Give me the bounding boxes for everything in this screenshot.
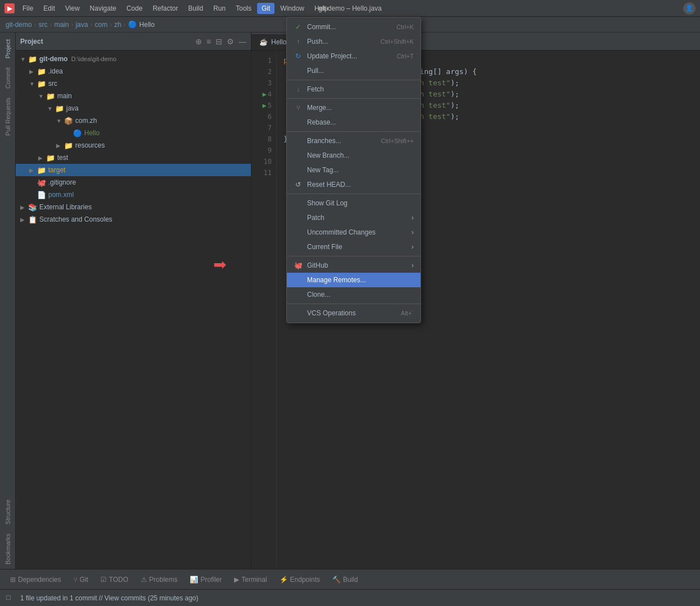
panel-icon-collapse[interactable]: ⊟: [216, 37, 222, 46]
git-menu-manage-remotes[interactable]: Manage Remotes...: [287, 273, 420, 287]
tree-item-idea[interactable]: ▶ 📁 .idea: [16, 65, 251, 77]
menu-build[interactable]: Build: [184, 3, 208, 14]
tool-tab-dependencies[interactable]: ⊞ Dependencies: [4, 573, 67, 586]
breadcrumb-main[interactable]: main: [54, 21, 69, 29]
tree-item-hello[interactable]: 🔵 Hello: [16, 127, 251, 139]
tool-tab-git[interactable]: ⑂ Git: [68, 573, 94, 586]
git-menu-sep1: [287, 80, 420, 80]
menu-git[interactable]: Git: [257, 3, 274, 14]
git-dropdown-menu: ✓ Commit... Ctrl+K ↑ Push... Ctrl+Shift+…: [286, 17, 421, 323]
profiler-icon: 📊: [190, 576, 198, 584]
tree-item-gitignore[interactable]: 🐙 .gitignore: [16, 176, 251, 189]
git-menu-new-tag[interactable]: New Tag...: [287, 163, 420, 177]
git-menu-reset-head[interactable]: ↺ Reset HEAD...: [287, 177, 420, 192]
menu-edit[interactable]: Edit: [39, 3, 60, 14]
panel-icon-close[interactable]: —: [239, 37, 246, 46]
project-panel-title: Project: [20, 38, 191, 45]
tool-tab-terminal[interactable]: ▶ Terminal: [228, 573, 272, 586]
tree-item-resources[interactable]: ▶ 📁 resources: [16, 139, 251, 152]
status-bar: ☐ 1 file updated in 1 commit // View com…: [0, 589, 700, 606]
menu-window[interactable]: Window: [276, 3, 309, 14]
user-icon[interactable]: 👤: [683, 2, 696, 15]
git-menu-pull[interactable]: Pull...: [287, 63, 420, 78]
git-menu-merge[interactable]: ⑂ Merge...: [287, 100, 420, 115]
git-icon: ⑂: [74, 576, 77, 584]
git-menu-sep4: [287, 194, 420, 194]
tool-tab-profiler[interactable]: 📊 Profiler: [184, 573, 227, 586]
breadcrumb-zh[interactable]: zh: [114, 21, 121, 29]
git-menu-push[interactable]: ↑ Push... Ctrl+Shift+K: [287, 34, 420, 49]
status-commit-message[interactable]: 1 file updated in 1 commit // View commi…: [20, 594, 198, 602]
breadcrumb-java[interactable]: java: [76, 21, 88, 29]
project-panel-header: Project ⊕ ≡ ⊟ ⚙ —: [16, 33, 251, 50]
tree-item-pomxml[interactable]: 📄 pom.xml: [16, 189, 251, 201]
line-numbers: 1 2 3 ▶4 ▶5 6 7 8 9 10 11: [251, 50, 277, 569]
title-bar: ▶ File Edit View Navigate Code Refactor …: [0, 0, 700, 17]
left-sidebar-tabs: Project Commit Pull Requests Structure B…: [0, 33, 16, 569]
window-title: git-demo – Hello.java: [318, 4, 382, 12]
tree-item-java[interactable]: ▼ 📁 java: [16, 102, 251, 114]
git-menu-github[interactable]: 🐙 GitHub ›: [287, 258, 420, 273]
menu-navigate[interactable]: Navigate: [85, 3, 121, 14]
git-menu-show-git-log[interactable]: Show Git Log: [287, 196, 420, 210]
tool-tab-todo[interactable]: ☑ TODO: [95, 573, 134, 586]
git-menu-update[interactable]: ↻ Update Project... Ctrl+T: [287, 49, 420, 63]
git-menu-branches[interactable]: Branches... Ctrl+Shift++: [287, 134, 420, 148]
build-icon: 🔨: [332, 576, 341, 584]
app-logo: ▶: [4, 3, 15, 13]
tree-item-test[interactable]: ▶ 📁 test: [16, 152, 251, 164]
tree-item-external-libraries[interactable]: ▶ 📚 External Libraries: [16, 201, 251, 213]
git-menu-sep6: [287, 304, 420, 304]
git-menu-new-branch[interactable]: New Branch...: [287, 148, 420, 163]
sidebar-tab-bookmarks[interactable]: Bookmarks: [2, 529, 13, 569]
git-menu-clone[interactable]: Clone...: [287, 287, 420, 302]
menu-view[interactable]: View: [61, 3, 84, 14]
menu-code[interactable]: Code: [122, 3, 147, 14]
status-checkbox: ☐: [6, 594, 11, 602]
arrow-indicator: ➡: [213, 255, 226, 274]
sidebar-tab-pull-requests[interactable]: Pull Requests: [2, 93, 13, 140]
tool-tab-build[interactable]: 🔨 Build: [327, 573, 364, 586]
breadcrumb-com[interactable]: com: [95, 21, 108, 29]
menu-run[interactable]: Run: [209, 3, 230, 14]
tree-item-comzh[interactable]: ▼ 📦 com.zh: [16, 114, 251, 127]
title-bar-right: 👤: [683, 2, 696, 15]
breadcrumb-hello: Hello: [139, 21, 154, 29]
problems-icon: ⚠: [141, 576, 147, 584]
sidebar-tab-commit[interactable]: Commit: [2, 63, 13, 93]
project-tree: ▼ 📁 git-demo D:\idea\git-demo ▶ 📁 .idea …: [16, 50, 251, 569]
tool-tab-problems[interactable]: ⚠ Problems: [135, 573, 184, 586]
git-menu-patch[interactable]: Patch ›: [287, 210, 420, 225]
tool-tabs: ⊞ Dependencies ⑂ Git ☑ TODO ⚠ Problems 📊…: [0, 569, 700, 589]
breadcrumb-src[interactable]: src: [39, 21, 48, 29]
sidebar-tab-project[interactable]: Project: [2, 35, 13, 63]
tree-item-target[interactable]: ▶ 📁 target: [16, 164, 251, 176]
git-menu-vcs-operations[interactable]: VCS Operations Alt+`: [287, 306, 420, 320]
sidebar-tab-structure[interactable]: Structure: [2, 495, 13, 529]
git-menu-commit[interactable]: ✓ Commit... Ctrl+K: [287, 20, 420, 34]
terminal-icon: ▶: [234, 576, 239, 584]
git-menu-sep5: [287, 256, 420, 256]
git-menu-fetch[interactable]: ↓ Fetch: [287, 82, 420, 97]
tree-item-main[interactable]: ▼ 📁 main: [16, 90, 251, 102]
dependencies-icon: ⊞: [10, 576, 16, 584]
breadcrumb-gitdemo[interactable]: git-demo: [6, 21, 32, 29]
menu-refactor[interactable]: Refactor: [148, 3, 182, 14]
git-menu-sep3: [287, 131, 420, 132]
git-menu-sep2: [287, 98, 420, 99]
project-panel: Project ⊕ ≡ ⊟ ⚙ — ▼ 📁 git-demo D:\idea\g…: [16, 33, 251, 569]
menu-tools[interactable]: Tools: [231, 3, 256, 14]
panel-icon-list[interactable]: ≡: [207, 37, 211, 46]
tree-item-gitdemo[interactable]: ▼ 📁 git-demo D:\idea\git-demo: [16, 53, 251, 65]
git-menu-rebase[interactable]: Rebase...: [287, 115, 420, 130]
endpoints-icon: ⚡: [280, 576, 288, 584]
tree-item-scratches[interactable]: ▶ 📋 Scratches and Consoles: [16, 213, 251, 226]
tool-tab-endpoints[interactable]: ⚡ Endpoints: [274, 573, 326, 586]
git-menu-uncommitted-changes[interactable]: Uncommitted Changes ›: [287, 225, 420, 240]
git-menu-current-file[interactable]: Current File ›: [287, 240, 420, 254]
tree-item-src[interactable]: ▼ 📁 src: [16, 77, 251, 90]
menu-file[interactable]: File: [18, 3, 38, 14]
panel-icon-settings[interactable]: ⚙: [227, 37, 234, 46]
todo-icon: ☑: [100, 576, 107, 584]
panel-icon-add[interactable]: ⊕: [195, 37, 202, 46]
